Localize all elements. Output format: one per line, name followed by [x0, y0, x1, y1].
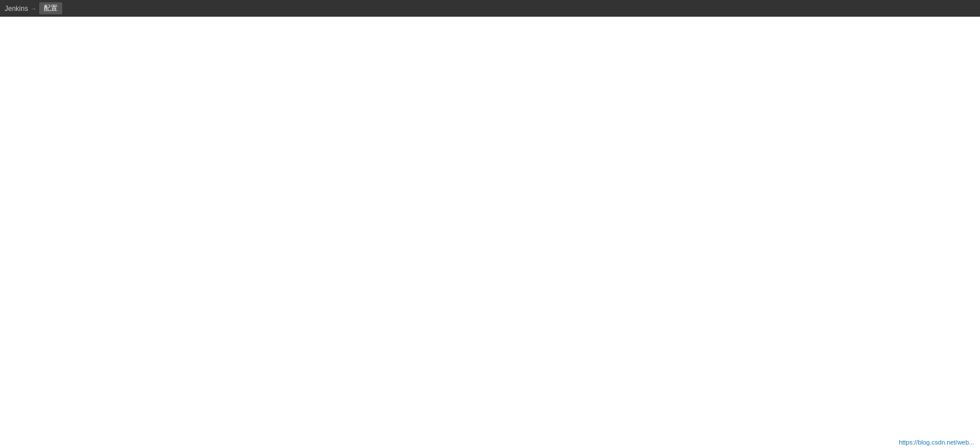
bottom-reference-link[interactable]: https://blog.csdn.net/web...: [899, 439, 974, 446]
top-navigation: Jenkins → 配置: [0, 0, 980, 17]
nav-arrow: →: [31, 5, 37, 12]
main-content: [0, 17, 980, 447]
jenkins-link[interactable]: Jenkins: [5, 5, 28, 13]
current-page-label: 配置: [39, 2, 62, 14]
